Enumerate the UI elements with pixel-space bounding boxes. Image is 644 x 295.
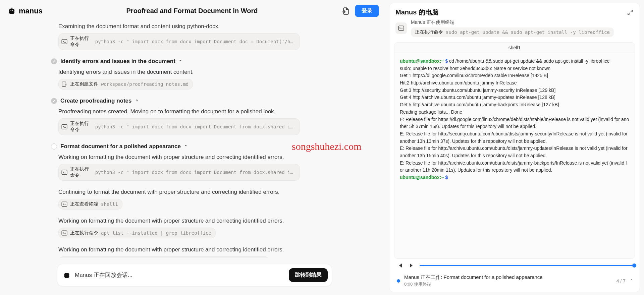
terminal-window: shell1 ubuntu@sandbox:~ $ cd /home/ubunt… [394, 42, 635, 259]
command-pill[interactable]: 正在创建文件 workspace/proofreading_notes.md [58, 79, 193, 90]
term-prompt: ubuntu@sandbox:~ [400, 175, 444, 180]
status-sub: 0:00 使用终端 [404, 281, 612, 287]
term-line: E: Release file for http://archive.ubunt… [400, 160, 629, 174]
step-desc: Proofreading notes created. Moving on to… [58, 106, 376, 118]
terminal-icon [61, 201, 67, 207]
check-done-icon [51, 98, 57, 104]
active-dot-icon [397, 279, 400, 283]
header: manus Proofread and Format Document in W… [0, 0, 389, 21]
panel-command-pill[interactable]: 正在执行命令 sudo apt-get update && sudo apt-g… [411, 27, 614, 37]
chevron-up-icon[interactable]: ⌃ [630, 278, 634, 284]
check-open-icon [51, 143, 57, 150]
step-desc: Identifying errors and issues in the doc… [58, 67, 376, 79]
pill-command: workspace/proofreading_notes.md [101, 81, 189, 87]
prev-button-icon[interactable] [397, 262, 404, 269]
step-heading[interactable]: Format document for a polished appearanc… [51, 141, 376, 152]
chevron-up-icon[interactable]: ⌄ [135, 99, 139, 103]
terminal-icon [61, 39, 67, 45]
step-heading[interactable]: Create proofreading notes ⌄ [51, 96, 376, 106]
pill-label: 正在执行命令 [70, 121, 93, 133]
term-line: E: Release file for http://security.ubun… [400, 130, 629, 145]
panel-subtitle: Manus 正在使用终端 [411, 19, 614, 25]
term-line: Get:1 https://dl.google.com/linux/chrome… [400, 72, 629, 79]
pill-command: python3 -c " import docx from docx impor… [95, 124, 296, 129]
brand-name: manus [19, 7, 43, 15]
panel-title: Manus 的电脑 [395, 8, 439, 17]
terminal-badge [395, 22, 407, 34]
step-desc: Working on formatting the document with … [58, 152, 376, 164]
progress-track[interactable] [420, 265, 634, 266]
document-icon[interactable] [341, 7, 350, 15]
command-pill[interactable]: 正在执行命令 python3 -c " import docx from doc… [58, 33, 300, 50]
svg-rect-3 [62, 124, 67, 129]
terminal-tab[interactable]: shell1 [394, 43, 635, 53]
chat-bar[interactable]: Manus 正在回放会话... 跳转到结果 [57, 264, 332, 286]
step-heading[interactable]: Identify errors and issues in the docume… [51, 56, 376, 67]
term-line: Get:5 http://archive.ubuntu.com/ubuntu j… [400, 101, 629, 109]
step-counter: 4 / 7 [616, 278, 626, 284]
step-desc: Continuing to format the document with p… [58, 187, 376, 199]
terminal-icon [61, 124, 67, 130]
pill-command: python3 -c " import docx from docx impor… [95, 170, 296, 175]
terminal-icon [61, 230, 67, 236]
pill-label: 正在执行命令 [70, 36, 93, 48]
pill-label: 正在执行命令 [415, 29, 443, 35]
pill-label: 正在创建文件 [70, 81, 98, 87]
svg-rect-5 [62, 202, 67, 206]
step-title: Format document for a polished appearanc… [60, 143, 181, 150]
page-title: Proofread and Format Document in Word [47, 7, 337, 15]
term-prompt: ubuntu@sandbox:~ [400, 58, 444, 64]
term-line: Get:3 http://security.ubuntu.com/ubuntu … [400, 87, 629, 94]
term-line: Hit:2 http://archive.ubuntu.com/ubuntu j… [400, 79, 629, 87]
pill-label: 正在查看终端 [70, 201, 98, 207]
chevron-up-icon[interactable]: ⌄ [179, 59, 182, 64]
chevron-up-icon[interactable]: ⌄ [184, 144, 187, 149]
svg-rect-6 [62, 231, 67, 235]
check-done-icon [51, 58, 57, 64]
manus-logo-icon [7, 7, 16, 15]
step-desc: Examining the document format and conten… [58, 21, 376, 33]
svg-rect-2 [62, 82, 66, 86]
next-button-icon[interactable] [408, 262, 415, 269]
manus-small-icon [63, 271, 71, 279]
status-title: Manus 正在工作: Format document for a polish… [404, 274, 612, 281]
terminal-icon [61, 169, 67, 175]
timeline: Examining the document format and conten… [0, 21, 389, 258]
term-dollar: $ [445, 175, 448, 180]
progress-thumb[interactable] [632, 263, 636, 268]
status-bar: Manus 正在工作: Format document for a polish… [389, 270, 640, 292]
command-pill[interactable]: 正在查看终端 shell1 [58, 199, 122, 210]
playback-bar [389, 259, 640, 270]
pill-command: python3 -c " import docx from docx impor… [95, 39, 296, 44]
brand-logo[interactable]: manus [7, 7, 43, 15]
jump-to-result-button[interactable]: 跳转到结果 [289, 268, 328, 282]
step-desc: Working on formatting the document with … [58, 244, 376, 256]
pill-label: 正在执行命令 [70, 166, 93, 178]
svg-rect-4 [62, 170, 67, 175]
command-pill[interactable]: 正在执行命令 python3 -c " import docx from doc… [58, 164, 300, 181]
term-dollar: $ [445, 58, 448, 64]
pill-label: 正在执行命令 [70, 230, 98, 236]
pill-command: sudo apt-get update && sudo apt-get inst… [446, 30, 610, 35]
svg-rect-1 [62, 39, 67, 44]
login-button[interactable]: 登录 [355, 5, 379, 17]
step-desc: Working on formatting the document with … [58, 216, 376, 228]
panel-subheader: Manus 正在使用终端 正在执行命令 sudo apt-get update … [389, 19, 640, 38]
terminal-output[interactable]: ubuntu@sandbox:~ $ cd /home/ubuntu && su… [394, 53, 635, 258]
terminal-icon [398, 25, 404, 31]
step-title: Identify errors and issues in the docume… [60, 58, 175, 65]
command-pill[interactable]: 正在执行命令 python3 -c " import docx from doc… [58, 118, 300, 135]
chat-text: Manus 正在回放会话... [75, 271, 285, 279]
pill-command: shell1 [101, 201, 118, 207]
term-line: E: Release file for http://archive.ubunt… [400, 145, 629, 159]
file-edit-icon [61, 81, 67, 87]
term-line: E: Release file for https://dl.google.co… [400, 116, 629, 130]
term-line: sudo: unable to resolve host 3eb8dd3c63b… [400, 65, 629, 72]
term-input: cd /home/ubuntu && sudo apt-get update &… [449, 58, 609, 64]
term-line: Reading package lists... Done [400, 109, 629, 116]
computer-panel: Manus 的电脑 Manus 正在使用终端 正在执行命令 sudo apt-g… [389, 3, 640, 292]
term-line: Get:4 http://archive.ubuntu.com/ubuntu j… [400, 94, 629, 101]
minimize-icon[interactable] [627, 9, 634, 16]
step-title: Create proofreading notes [60, 98, 132, 104]
command-pill[interactable]: 正在执行命令 apt list --installed | grep libre… [58, 228, 216, 238]
